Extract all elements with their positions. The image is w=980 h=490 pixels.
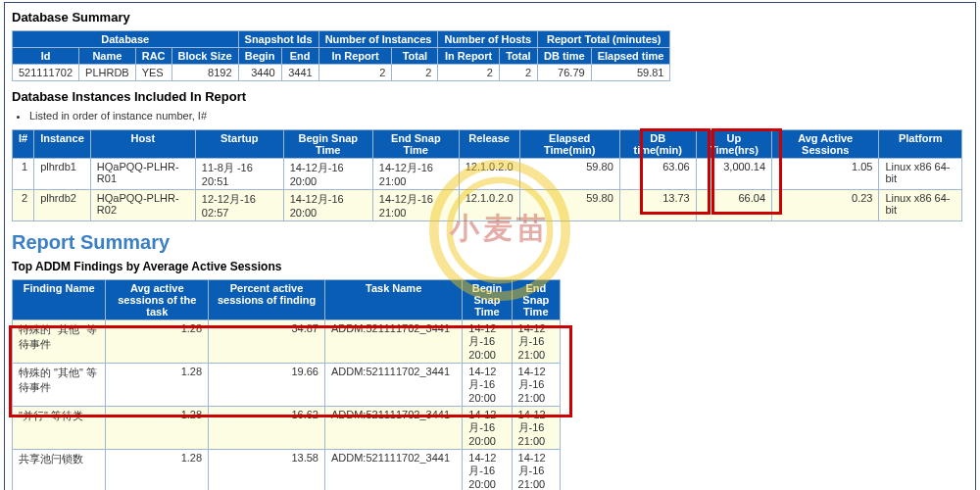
col-inreport-i: In Report [318,48,392,65]
col-pctactive: Percent active sessions of finding [209,280,325,320]
cell-inreport-i: 2 [318,65,392,81]
col-group-reporttotal: Report Total (minutes) [538,31,670,48]
table-row: 特殊的 "其他" 等待事件 1.28 34.87 ADDM:521111702_… [13,320,561,364]
col-name: Name [79,48,136,65]
col-beginsnap: Begin Snap Time [463,280,512,320]
cell-dbtime: 76.79 [538,65,592,81]
col-platform: Platform [879,130,962,159]
table-db-summary: Database Snapshot Ids Number of Instance… [12,30,670,81]
table-addm: Finding Name Avg active sessions of the … [12,279,561,490]
col-release: Release [459,130,519,159]
col-endsnap: End Snap Time [372,130,459,159]
col-blocksize: Block Size [172,48,238,65]
col-group-hosts: Number of Hosts [438,31,538,48]
table-row: 2 plhrdb2 HQaPQQ-PLHR-R02 12-12月-16 02:5… [13,190,962,221]
col-dbtimemin: DB time(min) [619,130,696,159]
col-finding: Finding Name [13,280,106,320]
col-dbtime: DB time [538,48,592,65]
table-row: "并行" 等待类 1.28 16.62 ADDM:521111702_3441 … [13,407,561,450]
heading-top-addm: Top ADDM Findings by Average Active Sess… [12,260,968,273]
table-row: 特殊的 "其他" 等待事件 1.28 19.66 ADDM:521111702_… [13,364,561,407]
cell-name: PLHRDB [79,65,136,81]
col-instance: Instance [34,130,91,159]
col-rac: RAC [135,48,172,65]
cell-inreport-h: 2 [438,65,499,81]
note-instance-order: Listed in order of instance number, I# [29,110,968,122]
cell-total-i: 2 [392,65,438,81]
heading-db-summary: Database Summary [12,10,968,24]
col-host: Host [90,130,195,159]
cell-end: 3441 [281,65,318,81]
cell-id: 521111702 [13,65,79,81]
col-beginsnap: Begin Snap Time [283,130,372,159]
col-end: End [281,48,318,65]
table-instances: I# Instance Host Startup Begin Snap Time… [12,129,962,221]
col-total-h: Total [499,48,537,65]
col-group-database: Database [13,31,239,48]
col-avgactive: Avg active sessions of the task [106,280,209,320]
col-inreport-h: In Report [438,48,499,65]
col-id: Id [13,48,79,65]
heading-instances: Database Instances Included In Report [12,89,968,104]
col-avgactive: Avg Active Sessions [772,130,879,159]
cell-elapsed: 59.81 [591,65,670,81]
col-endsnap: End Snap Time [512,280,560,320]
cell-blocksize: 8192 [172,65,238,81]
col-inum: I# [13,130,34,159]
col-group-snapshot: Snapshot Ids [238,31,318,48]
col-taskname: Task Name [324,280,462,320]
col-group-instances: Number of Instances [318,31,438,48]
cell-total-h: 2 [499,65,537,81]
cell-rac: YES [135,65,172,81]
table-row: 521111702 PLHRDB YES 8192 3440 3441 2 2 … [13,65,670,81]
col-elapsed: Elapsed time [591,48,670,65]
col-uptimehrs: Up Time(hrs) [696,130,771,159]
col-startup: Startup [195,130,283,159]
table-row: 1 plhrdb1 HQaPQQ-PLHR-R01 11-8月 -16 20:5… [13,159,962,190]
col-elapsedmin: Elapsed Time(min) [519,130,619,159]
col-begin: Begin [238,48,281,65]
cell-begin: 3440 [238,65,281,81]
table-row: 共享池闩锁数 1.28 13.58 ADDM:521111702_3441 14… [13,450,561,491]
col-total-i: Total [392,48,438,65]
heading-report-summary: Report Summary [12,231,968,254]
